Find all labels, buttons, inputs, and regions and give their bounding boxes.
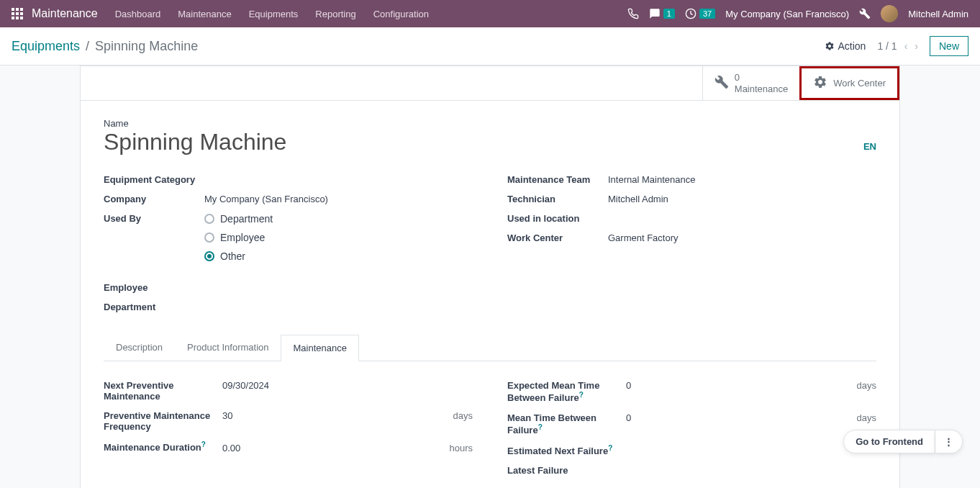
pager-text: 1 / 1: [877, 40, 897, 52]
team-label: Maintenance Team: [507, 174, 608, 185]
subheader: Equipments / Spinning Machine Action 1 /…: [0, 27, 980, 65]
stat-workcenter-button[interactable]: Work Center: [799, 66, 899, 100]
department-label: Department: [104, 302, 204, 312]
nav-equipments[interactable]: Equipments: [249, 9, 299, 19]
radio-department[interactable]: Department: [204, 213, 273, 225]
enf-label: Estimated Next Failure?: [507, 444, 626, 456]
duration-value[interactable]: 0.00: [222, 443, 449, 453]
name-field-label: Name: [104, 118, 876, 129]
nav-reporting[interactable]: Reporting: [315, 9, 355, 19]
pager-prev-icon[interactable]: ‹: [904, 40, 908, 52]
breadcrumb-separator: /: [86, 39, 89, 54]
next-pm-label: Next Preventive Maintenance: [104, 380, 222, 402]
form-sheet: 0 Maintenance Work Center Name Spinning …: [80, 65, 900, 488]
usedby-label: Used By: [104, 213, 204, 224]
location-label: Used in location: [507, 213, 608, 224]
workcenter-value[interactable]: Garment Factory: [608, 232, 679, 243]
tab-description[interactable]: Description: [104, 334, 175, 361]
employee-label: Employee: [104, 282, 204, 293]
help-icon[interactable]: ?: [201, 440, 206, 448]
company-selector[interactable]: My Company (San Francisco): [725, 9, 849, 19]
nav-menu: Dashboard Maintenance Equipments Reporti…: [115, 9, 429, 19]
breadcrumb-current: Spinning Machine: [95, 39, 198, 54]
technician-value[interactable]: Mitchell Admin: [608, 194, 668, 204]
team-value[interactable]: Internal Maintenance: [608, 174, 695, 185]
mtbf-unit: days: [857, 412, 876, 423]
help-icon[interactable]: ?: [608, 444, 612, 452]
frontend-float: Go to Frontend ⋮: [843, 430, 963, 453]
breadcrumb-root[interactable]: Equipments: [12, 39, 80, 54]
tab-maintenance[interactable]: Maintenance: [281, 335, 358, 361]
stat-maintenance-count: 0: [735, 72, 788, 83]
mtbf-value[interactable]: 0: [626, 412, 857, 423]
nav-dashboard[interactable]: Dashboard: [115, 9, 161, 19]
new-button[interactable]: New: [930, 36, 968, 56]
freq-unit: days: [453, 410, 473, 421]
freq-value[interactable]: 30: [222, 410, 453, 421]
next-pm-value[interactable]: 09/30/2024: [222, 380, 473, 391]
workcenter-label: Work Center: [507, 232, 608, 243]
company-value[interactable]: My Company (San Francisco): [204, 194, 328, 204]
mtbf-label: Mean Time Between Failure?: [507, 412, 626, 435]
duration-label: Maintenance Duration?: [104, 440, 222, 453]
help-icon[interactable]: ?: [579, 391, 584, 399]
company-label: Company: [104, 194, 204, 204]
activity-count-badge: 37: [699, 9, 715, 19]
category-label: Equipment Category: [104, 174, 204, 185]
chat-count-badge: 1: [663, 9, 675, 19]
language-badge[interactable]: EN: [863, 141, 876, 152]
emtbf-label: Expected Mean Time Between Failure?: [507, 380, 626, 403]
top-navbar: Maintenance Dashboard Maintenance Equipm…: [0, 0, 980, 27]
app-brand: Maintenance: [32, 7, 98, 20]
pager-next-icon[interactable]: ›: [915, 40, 918, 52]
stat-workcenter-label: Work Center: [833, 78, 886, 89]
gears-icon: [813, 75, 827, 91]
apps-menu-icon[interactable]: [12, 8, 23, 19]
user-name[interactable]: Mitchell Admin: [908, 9, 968, 19]
pager: 1 / 1 ‹ ›: [877, 40, 918, 52]
emtbf-value[interactable]: 0: [626, 380, 857, 391]
phone-icon[interactable]: [627, 8, 639, 19]
debug-icon[interactable]: [859, 8, 871, 19]
tab-product-info[interactable]: Product Information: [175, 334, 281, 361]
go-to-frontend-button[interactable]: Go to Frontend: [843, 430, 935, 453]
tabs: Description Product Information Maintena…: [104, 334, 876, 361]
duration-unit: hours: [449, 443, 473, 453]
stat-maintenance-button[interactable]: 0 Maintenance: [702, 66, 799, 100]
equipment-name[interactable]: Spinning Machine: [104, 129, 863, 155]
frontend-menu-icon[interactable]: ⋮: [935, 430, 963, 453]
nav-maintenance[interactable]: Maintenance: [178, 9, 231, 19]
radio-other[interactable]: Other: [204, 250, 273, 262]
nav-configuration[interactable]: Configuration: [373, 9, 429, 19]
technician-label: Technician: [507, 194, 608, 204]
lf-label: Latest Failure: [507, 465, 626, 476]
wrench-icon: [714, 75, 729, 91]
action-dropdown[interactable]: Action: [825, 40, 866, 52]
stat-maintenance-label: Maintenance: [735, 83, 788, 95]
chat-icon[interactable]: 1: [649, 8, 675, 19]
user-avatar[interactable]: [881, 5, 898, 22]
activity-icon[interactable]: 37: [685, 8, 715, 19]
emtbf-unit: days: [857, 380, 876, 391]
freq-label: Preventive Maintenance Frequency: [104, 410, 222, 432]
breadcrumb: Equipments / Spinning Machine: [12, 39, 198, 54]
help-icon[interactable]: ?: [538, 423, 543, 431]
radio-employee[interactable]: Employee: [204, 232, 273, 243]
